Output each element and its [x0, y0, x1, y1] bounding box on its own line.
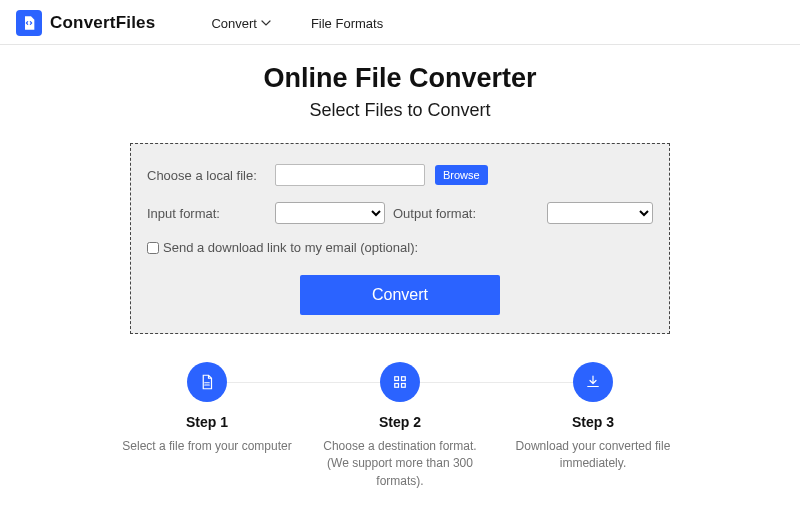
step-3-desc: Download your converted file immediately… [497, 438, 690, 473]
step-3-title: Step 3 [497, 414, 690, 430]
step-1: Step 1 Select a file from your computer [111, 362, 304, 490]
output-format-select[interactable] [547, 202, 653, 224]
page-title: Online File Converter [0, 63, 800, 94]
converter-panel: Choose a local file: Browse Input format… [130, 143, 670, 334]
page-subtitle: Select Files to Convert [0, 100, 800, 121]
nav-convert-label: Convert [211, 16, 257, 31]
email-option-row: Send a download link to my email (option… [147, 240, 653, 255]
steps-row: Step 1 Select a file from your computer … [110, 362, 690, 490]
nav-convert[interactable]: Convert [211, 16, 271, 31]
browse-button[interactable]: Browse [435, 165, 488, 185]
local-file-input[interactable] [275, 164, 425, 186]
convert-button[interactable]: Convert [300, 275, 500, 315]
step-2-desc: Choose a destination format. (We support… [304, 438, 497, 490]
brand-logo[interactable]: ConvertFiles [16, 10, 155, 36]
choose-file-row: Choose a local file: Browse [147, 164, 653, 186]
top-header: ConvertFiles Convert File Formats [0, 0, 800, 45]
svg-rect-2 [395, 384, 399, 388]
output-format-label: Output format: [393, 206, 476, 221]
choose-file-label: Choose a local file: [147, 168, 269, 183]
nav-file-formats[interactable]: File Formats [311, 16, 383, 31]
download-icon [573, 362, 613, 402]
input-format-select[interactable] [275, 202, 385, 224]
step-1-title: Step 1 [111, 414, 304, 430]
step-2: Step 2 Choose a destination format. (We … [304, 362, 497, 490]
chevron-down-icon [261, 18, 271, 28]
grid-icon [380, 362, 420, 402]
primary-nav: Convert File Formats [211, 16, 383, 31]
main-content: Online File Converter Select Files to Co… [0, 45, 800, 490]
brand-name: ConvertFiles [50, 13, 155, 33]
nav-file-formats-label: File Formats [311, 16, 383, 31]
svg-rect-0 [395, 377, 399, 381]
svg-rect-3 [402, 384, 406, 388]
step-2-title: Step 2 [304, 414, 497, 430]
input-format-label: Input format: [147, 206, 269, 221]
email-checkbox[interactable] [147, 242, 159, 254]
file-icon [187, 362, 227, 402]
step-1-desc: Select a file from your computer [111, 438, 304, 455]
step-3: Step 3 Download your converted file imme… [497, 362, 690, 490]
svg-rect-1 [402, 377, 406, 381]
email-option-label: Send a download link to my email (option… [163, 240, 418, 255]
format-row: Input format: Output format: [147, 202, 653, 224]
logo-icon [16, 10, 42, 36]
